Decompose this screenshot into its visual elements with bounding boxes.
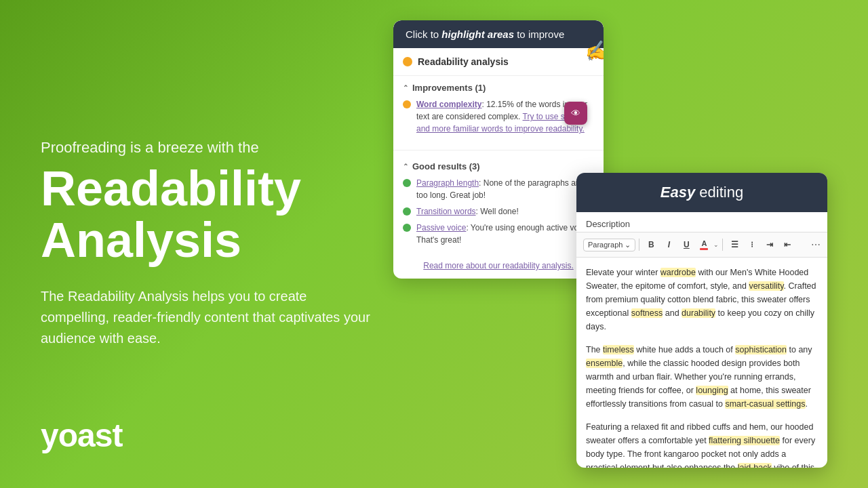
color-icon: A (700, 240, 708, 250)
logo-text: yoast (41, 418, 122, 453)
banner: Click to highlight areas to improve (393, 20, 604, 48)
description-field-label: Description (576, 212, 827, 232)
left-panel: Proofreading is a breeze with the Readab… (41, 139, 373, 349)
chevron-icon2: ⌃ (403, 163, 408, 170)
passive-voice-link[interactable]: Passive voice (416, 223, 466, 232)
main-title: Readability Analysis (41, 163, 373, 266)
bold-button[interactable]: B (643, 237, 659, 253)
highlight-versatility: versatility (749, 281, 783, 291)
improvement-link[interactable]: Try to use shorter and more familiar wor… (416, 112, 586, 134)
color-a: A (701, 240, 707, 247)
chevron-icon: ⌃ (403, 84, 408, 92)
editor-paragraph-3: Featuring a relaxed fit and ribbed cuffs… (586, 420, 818, 468)
description-text: The Readability Analysis helps you to cr… (41, 286, 373, 349)
orange-status-dot (403, 100, 411, 108)
select-chevron: ⌄ (625, 241, 631, 249)
good-text-3: Passive voice: You're using enough activ… (416, 222, 594, 246)
color-chevron[interactable]: ⌄ (713, 241, 719, 248)
green-dot-2 (403, 207, 411, 216)
green-dot-3 (403, 224, 411, 232)
good-results-header: ⌃ Good results (3) (403, 161, 594, 171)
highlight-wardrobe: wardrobe (660, 268, 696, 277)
highlight-smart-casual: smart-casual settings (725, 399, 805, 409)
status-dot (403, 57, 412, 66)
readability-header-left: Readability analysis (403, 56, 509, 67)
editor-paragraph-1: Elevate your winter wardrobe with our Me… (586, 266, 818, 333)
editor-content[interactable]: Elevate your winter wardrobe with our Me… (576, 258, 827, 468)
toolbar-divider-1 (639, 239, 639, 251)
editing-card: Easy editing Description Paragraph ⌄ B I… (576, 173, 827, 468)
green-dot-1 (403, 179, 411, 187)
good-item-2: Transition words: Well done! (403, 205, 594, 218)
unordered-list-button[interactable]: ⁝ (744, 237, 760, 253)
color-bar (700, 248, 708, 250)
highlight-icon: 👁 (571, 108, 580, 119)
editing-body: Description Paragraph ⌄ B I U A ⌄ (576, 212, 827, 468)
divider (393, 150, 604, 150)
read-more-link[interactable]: Read more about our readability analysis… (393, 257, 604, 279)
banner-bold: highlight areas (441, 28, 514, 40)
highlight-laid-back: laid-back (738, 463, 772, 468)
word-complexity-link[interactable]: Word complexity (416, 100, 481, 109)
highlight-timeless: timeless (603, 345, 634, 354)
highlight-lounging: lounging (696, 386, 728, 395)
paragraph-select[interactable]: Paragraph ⌄ (583, 239, 635, 251)
highlight-sophistication: sophistication (735, 345, 787, 354)
outdent-button[interactable]: ⇤ (779, 237, 795, 253)
good-text-2: Transition words: Well done! (416, 205, 519, 218)
improvements-section: ⌃ Improvements (1) Word complexity: 12.1… (393, 76, 604, 146)
improvements-label: Improvements (1) (412, 83, 486, 93)
transition-words-link[interactable]: Transition words (416, 207, 476, 216)
readability-header: Readability analysis ⌃ (393, 48, 604, 76)
color-button[interactable]: A (696, 237, 712, 253)
paragraph-length-link[interactable]: Paragraph length (416, 178, 479, 188)
editor-paragraph-2: The timeless white hue adds a touch of s… (586, 343, 818, 411)
highlight-softness: softness (631, 308, 663, 318)
good-results-label: Good results (3) (412, 161, 480, 171)
cursor-hand: ✍️ (585, 39, 604, 62)
yoast-logo: yoast (41, 417, 122, 454)
good-item-1: Paragraph length: None of the paragraphs… (403, 177, 594, 201)
toolbar-divider-2 (722, 239, 723, 251)
easy-label: Easy (660, 184, 695, 201)
ordered-list-button[interactable]: ☰ (726, 237, 743, 253)
italic-button[interactable]: I (660, 237, 677, 253)
indent-button[interactable]: ⇥ (762, 237, 778, 253)
readability-card: Click to highlight areas to improve Read… (393, 20, 604, 279)
editing-label: editing (695, 184, 743, 201)
highlight-button[interactable]: 👁 (564, 102, 587, 125)
readability-title: Readability analysis (418, 56, 509, 67)
good-text-1: Paragraph length: None of the paragraphs… (416, 177, 594, 201)
improvements-header: ⌃ Improvements (1) (403, 83, 594, 93)
paragraph-label: Paragraph (588, 241, 623, 249)
highlight-durability: durability (682, 308, 715, 318)
title-line2: Analysis (41, 213, 241, 267)
tagline: Proofreading is a breeze with the (41, 139, 373, 157)
cards-container: Click to highlight areas to improve Read… (393, 20, 827, 468)
title-line1: Readability (41, 161, 301, 216)
good-results-section: ⌃ Good results (3) Paragraph length: Non… (393, 155, 604, 257)
highlight-ensemble: ensemble (586, 359, 623, 368)
underline-button[interactable]: U (678, 237, 694, 253)
good-item-3: Passive voice: You're using enough activ… (403, 222, 594, 246)
editor-toolbar: Paragraph ⌄ B I U A ⌄ ☰ ⁝ ⇥ ⇤ (576, 232, 827, 258)
highlight-flattering: flattering silhouette (709, 436, 780, 445)
editing-header: Easy editing (576, 173, 827, 212)
more-options-button[interactable]: ⋯ (811, 239, 821, 250)
improvement-item: Word complexity: 12.15% of the words in … (403, 98, 594, 135)
